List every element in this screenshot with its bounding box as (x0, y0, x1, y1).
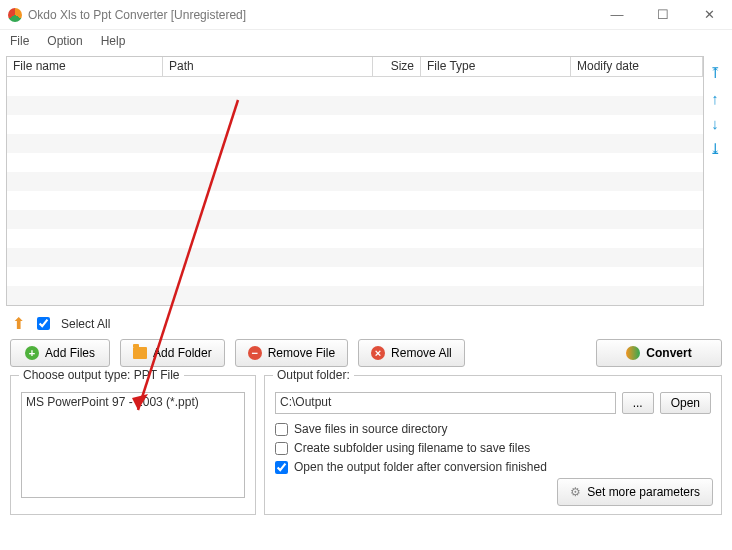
output-folder-input[interactable]: C:\Output (275, 392, 616, 414)
select-all-label: Select All (61, 317, 110, 331)
more-params-label: Set more parameters (587, 485, 700, 499)
app-logo-icon (8, 8, 22, 22)
move-top-icon[interactable]: ⤒ (709, 64, 722, 82)
side-reorder-icons: ⤒ ↑ ↓ ⤓ (704, 56, 726, 306)
folder-icon (133, 347, 147, 359)
remove-all-button[interactable]: × Remove All (358, 339, 465, 367)
remove-file-button[interactable]: − Remove File (235, 339, 348, 367)
col-path[interactable]: Path (163, 57, 373, 76)
add-files-label: Add Files (45, 346, 95, 360)
menu-help[interactable]: Help (101, 34, 126, 48)
save-source-label: Save files in source directory (294, 422, 447, 436)
x-icon: × (371, 346, 385, 360)
create-subfolder-label: Create subfolder using filename to save … (294, 441, 530, 455)
open-after-label: Open the output folder after conversion … (294, 460, 547, 474)
file-grid-panel: File name Path Size File Type Modify dat… (6, 56, 704, 306)
open-folder-button[interactable]: Open (660, 392, 711, 414)
window-buttons: — ☐ ✕ (594, 0, 732, 30)
col-modify[interactable]: Modify date (571, 57, 703, 76)
browse-button[interactable]: ... (622, 392, 654, 414)
remove-file-label: Remove File (268, 346, 335, 360)
grid-body (7, 77, 703, 305)
open-after-checkbox[interactable] (275, 461, 288, 474)
gear-icon: ⚙ (570, 485, 581, 499)
col-filetype[interactable]: File Type (421, 57, 571, 76)
add-folder-label: Add Folder (153, 346, 212, 360)
move-bottom-icon[interactable]: ⤓ (709, 140, 722, 158)
col-size[interactable]: Size (373, 57, 421, 76)
bottom-groups: Choose output type: PPT File MS PowerPoi… (6, 375, 726, 515)
remove-all-label: Remove All (391, 346, 452, 360)
menu-file[interactable]: File (10, 34, 29, 48)
add-files-button[interactable]: + Add Files (10, 339, 110, 367)
plus-icon: + (25, 346, 39, 360)
output-type-item[interactable]: MS PowerPoint 97 - 2003 (*.ppt) (22, 393, 244, 411)
move-down-icon[interactable]: ↓ (711, 115, 719, 132)
window-title: Okdo Xls to Ppt Converter [Unregistered] (28, 8, 246, 22)
output-type-list[interactable]: MS PowerPoint 97 - 2003 (*.ppt) (21, 392, 245, 498)
menu-option[interactable]: Option (47, 34, 82, 48)
output-folder-group: Output folder: C:\Output ... Open Save f… (264, 375, 722, 515)
menubar: File Option Help (0, 30, 732, 52)
select-row: ⬆ Select All (6, 306, 726, 339)
move-up-icon[interactable]: ↑ (711, 90, 719, 107)
create-subfolder-checkbox[interactable] (275, 442, 288, 455)
set-more-params-button[interactable]: ⚙ Set more parameters (557, 478, 713, 506)
titlebar: Okdo Xls to Ppt Converter [Unregistered]… (0, 0, 732, 30)
add-folder-button[interactable]: Add Folder (120, 339, 225, 367)
output-folder-label: Output folder: (273, 368, 354, 382)
col-filename[interactable]: File name (7, 57, 163, 76)
convert-button[interactable]: Convert (596, 339, 722, 367)
grid-header: File name Path Size File Type Modify dat… (7, 57, 703, 77)
convert-label: Convert (646, 346, 691, 360)
output-type-label: Choose output type: PPT File (19, 368, 184, 382)
convert-icon (626, 346, 640, 360)
minimize-button[interactable]: — (594, 0, 640, 30)
minus-icon: − (248, 346, 262, 360)
window-title-wrap: Okdo Xls to Ppt Converter [Unregistered] (8, 8, 594, 22)
main-content: File name Path Size File Type Modify dat… (0, 52, 732, 521)
output-type-group: Choose output type: PPT File MS PowerPoi… (10, 375, 256, 515)
up-arrow-icon: ⬆ (12, 314, 25, 333)
maximize-button[interactable]: ☐ (640, 0, 686, 30)
close-button[interactable]: ✕ (686, 0, 732, 30)
save-source-checkbox[interactable] (275, 423, 288, 436)
select-all-checkbox[interactable] (37, 317, 50, 330)
